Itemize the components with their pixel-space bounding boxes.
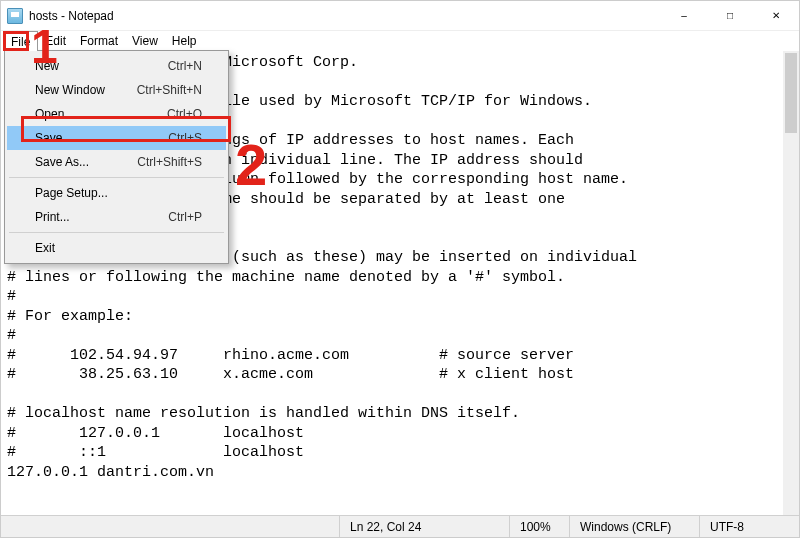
menu-label: Save [35,131,62,145]
menu-label: Open... [35,107,74,121]
menu-label: New [35,59,59,73]
file-dropdown: New Ctrl+N New Window Ctrl+Shift+N Open.… [4,50,229,264]
close-button[interactable]: ✕ [753,1,799,30]
menu-label: Exit [35,241,55,255]
menu-label: Save As... [35,155,89,169]
maximize-button[interactable]: □ [707,1,753,30]
menu-item-print[interactable]: Print... Ctrl+P [7,205,226,229]
menu-format[interactable]: Format [73,31,125,51]
menu-shortcut: Ctrl+Shift+N [137,83,202,97]
menu-file[interactable]: File [3,31,38,51]
menu-shortcut: Ctrl+S [168,131,202,145]
window-title: hosts - Notepad [29,9,661,23]
menu-item-page-setup[interactable]: Page Setup... [7,181,226,205]
menu-item-new-window[interactable]: New Window Ctrl+Shift+N [7,78,226,102]
window-controls: – □ ✕ [661,1,799,30]
status-spacer [1,516,339,537]
menu-label: Print... [35,210,70,224]
status-encoding: UTF-8 [699,516,799,537]
status-zoom: 100% [509,516,569,537]
menu-label: New Window [35,83,105,97]
menu-item-exit[interactable]: Exit [7,236,226,260]
menu-separator [9,232,224,233]
menu-shortcut: Ctrl+Shift+S [137,155,202,169]
menu-help[interactable]: Help [165,31,204,51]
menu-item-new[interactable]: New Ctrl+N [7,54,226,78]
statusbar: Ln 22, Col 24 100% Windows (CRLF) UTF-8 [1,515,799,537]
status-position: Ln 22, Col 24 [339,516,509,537]
menu-separator [9,177,224,178]
menu-view[interactable]: View [125,31,165,51]
minimize-button[interactable]: – [661,1,707,30]
menu-shortcut: Ctrl+N [168,59,202,73]
menu-item-open[interactable]: Open... Ctrl+O [7,102,226,126]
scroll-thumb[interactable] [785,53,797,133]
status-line-ending: Windows (CRLF) [569,516,699,537]
menu-label: Page Setup... [35,186,108,200]
menu-item-save-as[interactable]: Save As... Ctrl+Shift+S [7,150,226,174]
menu-item-save[interactable]: Save Ctrl+S [7,126,226,150]
notepad-icon [7,8,23,24]
menu-shortcut: Ctrl+P [168,210,202,224]
menubar: File Edit Format View Help [1,31,799,51]
titlebar: hosts - Notepad – □ ✕ [1,1,799,31]
menu-edit[interactable]: Edit [38,31,73,51]
vertical-scrollbar[interactable] [783,51,799,515]
menu-shortcut: Ctrl+O [167,107,202,121]
